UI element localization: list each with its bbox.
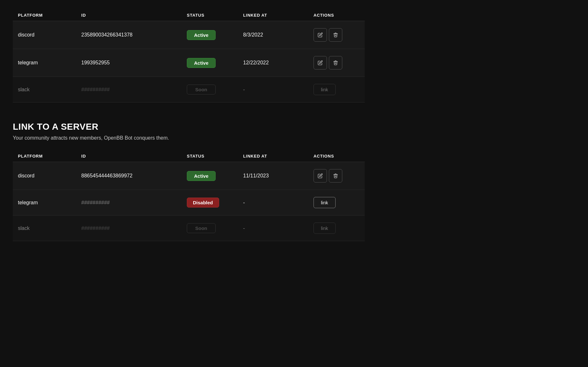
edit-button[interactable]	[314, 169, 327, 183]
cell-actions	[308, 162, 365, 190]
section-1: PLATFORM ID STATUS LINKED AT ACTIONS dis…	[13, 10, 575, 102]
cell-platform: slack	[13, 216, 76, 241]
status-badge: Active	[187, 58, 216, 68]
delete-button[interactable]	[329, 56, 342, 69]
table-row: telegram##########Disabled-link	[13, 190, 365, 216]
cell-status: Active	[182, 49, 238, 77]
cell-linked-at: -	[238, 216, 308, 241]
cell-platform: slack	[13, 77, 76, 102]
cell-linked-at: -	[238, 190, 308, 216]
cell-platform: telegram	[13, 190, 76, 216]
status-badge: Soon	[187, 85, 216, 94]
cell-id: 1993952955	[76, 49, 182, 77]
cell-status: Disabled	[182, 190, 238, 216]
section2-subtitle: Your community attracts new members, Ope…	[13, 135, 575, 141]
delete-button[interactable]	[329, 169, 342, 183]
cell-linked-at: 11/11/2023	[238, 162, 308, 190]
cell-actions: link	[308, 190, 365, 216]
link-button-disabled: link	[314, 223, 336, 234]
edit-button[interactable]	[314, 56, 327, 69]
col-header-status: STATUS	[182, 10, 238, 21]
cell-id: ##########	[76, 77, 182, 102]
status-badge: Active	[187, 30, 216, 40]
cell-actions	[308, 21, 365, 49]
table-row: discord235890034266341378Active8/3/2022	[13, 21, 365, 49]
cell-linked-at: -	[238, 77, 308, 102]
col-header-actions: ACTIONS	[308, 10, 365, 21]
col-header-id: ID	[76, 10, 182, 21]
col2-header-status: STATUS	[182, 151, 238, 162]
delete-button[interactable]	[329, 28, 342, 42]
table-row: slack##########Soon-link	[13, 77, 365, 102]
cell-status: Active	[182, 162, 238, 190]
cell-platform: telegram	[13, 49, 76, 77]
col2-header-actions: ACTIONS	[308, 151, 365, 162]
cell-linked-at: 8/3/2022	[238, 21, 308, 49]
section2-title: LINK TO A SERVER	[13, 122, 575, 132]
status-badge: Disabled	[187, 198, 219, 208]
col2-header-platform: PLATFORM	[13, 151, 76, 162]
section2-table: PLATFORM ID STATUS LINKED AT ACTIONS dis…	[13, 151, 365, 241]
col-header-linked: LINKED AT	[238, 10, 308, 21]
cell-id: ##########	[76, 190, 182, 216]
col2-header-id: ID	[76, 151, 182, 162]
status-badge: Soon	[187, 223, 216, 233]
table-row: slack##########Soon-link	[13, 216, 365, 241]
table-row: discord886545444463869972Active11/11/202…	[13, 162, 365, 190]
cell-platform: discord	[13, 162, 76, 190]
cell-actions: link	[308, 216, 365, 241]
section-2: LINK TO A SERVER Your community attracts…	[13, 122, 575, 241]
cell-id: 235890034266341378	[76, 21, 182, 49]
cell-status: Soon	[182, 216, 238, 241]
cell-actions: link	[308, 77, 365, 102]
section1-table: PLATFORM ID STATUS LINKED AT ACTIONS dis…	[13, 10, 365, 102]
col2-header-linked: LINKED AT	[238, 151, 308, 162]
cell-id: ##########	[76, 216, 182, 241]
cell-status: Active	[182, 21, 238, 49]
col-header-platform: PLATFORM	[13, 10, 76, 21]
cell-status: Soon	[182, 77, 238, 102]
cell-actions	[308, 49, 365, 77]
edit-button[interactable]	[314, 28, 327, 42]
cell-linked-at: 12/22/2022	[238, 49, 308, 77]
cell-id: 886545444463869972	[76, 162, 182, 190]
cell-platform: discord	[13, 21, 76, 49]
link-button[interactable]: link	[314, 197, 336, 208]
status-badge: Active	[187, 171, 216, 181]
link-button-disabled: link	[314, 84, 336, 95]
table-row: telegram1993952955Active12/22/2022	[13, 49, 365, 77]
